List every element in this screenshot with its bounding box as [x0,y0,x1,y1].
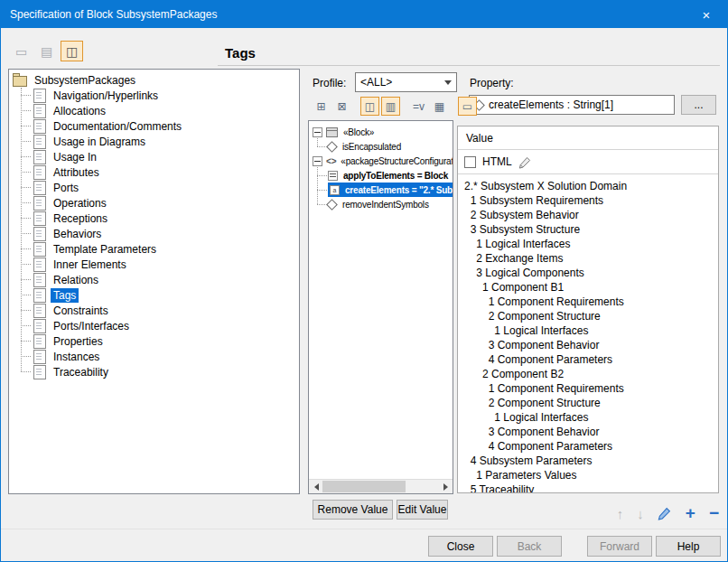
group-by-profile-button[interactable]: ◫ [360,97,379,116]
sidebar-item-usage-in[interactable]: Usage In [9,149,299,164]
titlebar-close-button[interactable]: × [686,1,727,28]
page-icon [33,258,46,272]
tree-connector [21,295,31,295]
sidebar-item-label: Instances [51,350,102,364]
tree-node-isencapsulated[interactable]: isEncapsulated [309,139,453,154]
value-actions-toolbar: ↑ ↓ + − [561,501,719,525]
selected-tag-value[interactable]: createElements = "2.* Subsystem X Solut [328,183,453,197]
delete-value-button[interactable]: ⊠ [332,97,351,116]
scroll-left-arrow[interactable] [309,480,322,493]
sidebar-item-receptions[interactable]: Receptions [9,211,299,226]
minimal-view-button[interactable]: ▭ [10,41,33,61]
tree-connector [21,325,31,326]
remove-value-icon[interactable]: − [709,505,719,521]
sidebar-item-documentation-comments[interactable]: Documentation/Comments [9,118,299,134]
sidebar-item-behaviors[interactable]: Behaviors [9,226,299,241]
sidebar-item-navigation-hyperlinks[interactable]: Navigation/Hyperlinks [9,88,299,103]
footer-separator [1,529,727,529]
html-checkbox[interactable] [464,156,476,168]
sidebar-item-root[interactable]: SubsystemPackages [9,72,299,88]
add-value-icon[interactable]: + [686,505,695,521]
scroll-right-arrow[interactable] [439,480,453,493]
sidebar-item-label: Usage in Diagrams [51,135,148,149]
property-field[interactable]: createElements : String[1] [469,95,675,115]
profile-combobox[interactable]: <ALL> [355,72,457,92]
show-empty-tags-button[interactable]: ▭ [458,97,477,116]
edit-value-pencil-icon[interactable] [658,506,672,520]
tree-node-label: «packageStructureConfiguration» [339,156,453,166]
header-separator [218,65,720,66]
browse-property-button[interactable]: ... [681,95,716,115]
sidebar-item-operations[interactable]: Operations [9,195,299,211]
show-nested-icon: ▥ [386,100,396,113]
html-checkbox-label: HTML [482,155,512,168]
help-button[interactable]: Help [656,536,721,557]
sidebar-item-label: Receptions [51,211,110,226]
profile-selected-value: <ALL> [360,76,392,89]
tree-connector [21,95,31,96]
titlebar: Specification of Block SubsystemPackages… [1,1,727,28]
expert-view-button[interactable]: ◫ [61,41,83,61]
tree-node-label: createElements = "2.* Subsystem X Solut [343,185,453,195]
tree-node-package-structure-configuration[interactable]: <> «packageStructureConfiguration» [309,154,453,168]
html-toggle-row: HTML [458,150,718,174]
sidebar-item-label: SubsystemPackages [32,73,138,88]
edit-pencil-icon[interactable] [518,155,532,169]
page-icon [33,304,46,318]
page-icon [33,273,46,287]
standard-view-icon: ▤ [41,44,52,59]
tree-connector [21,279,31,280]
page-icon [33,288,46,303]
sidebar-item-instances[interactable]: Instances [9,349,299,364]
tree-node-applytoelements[interactable]: applyToElements = Block [309,168,453,183]
tree-connector [21,233,31,234]
sidebar-item-attributes[interactable]: Attributes [9,164,299,180]
show-nested-button[interactable]: ▥ [381,97,400,116]
sidebar-item-ports-interfaces[interactable]: Ports/Interfaces [9,318,299,333]
tree-connector [21,141,31,142]
value-header: Value [458,126,718,150]
page-icon [33,150,46,164]
edit-value-button[interactable]: Edit Value [397,500,448,520]
view-mode-toolbar: ▭ ▤ ◫ [10,41,83,61]
grid-view-icon: ▦ [434,100,444,113]
tree-node-removeindentsymbols[interactable]: removeIndentSymbols [309,197,453,211]
sidebar-item-label: Behaviors [51,227,104,241]
page-icon [33,196,46,211]
sidebar-item-label: Traceability [51,365,111,379]
group-by-profile-icon: ◫ [365,100,375,113]
sidebar-item-template-parameters[interactable]: Template Parameters [9,241,299,257]
horizontal-scrollbar[interactable] [309,479,453,493]
page-icon [33,365,46,379]
collapse-icon[interactable] [313,127,322,137]
sidebar-item-allocations[interactable]: Allocations [9,103,299,118]
sidebar-item-constraints[interactable]: Constraints [9,303,299,318]
tree-node-block[interactable]: «Block» [309,125,453,139]
tree-node-createelements[interactable]: createElements = "2.* Subsystem X Solut [309,183,453,197]
sidebar-item-traceability[interactable]: Traceability [9,364,299,379]
standard-view-button[interactable]: ▤ [35,41,58,61]
sidebar-item-ports[interactable]: Ports [9,180,299,195]
forward-button[interactable]: Forward [587,536,652,557]
value-list[interactable]: 2.* Subsystem X Solution Domain 1 Subsys… [458,174,718,492]
sidebar-item-relations[interactable]: Relations [9,272,299,287]
scrollbar-thumb[interactable] [322,481,406,492]
tree-connector [21,187,31,188]
profile-label: Profile: [313,77,346,89]
back-button[interactable]: Back [497,536,562,557]
create-value-button[interactable]: ⊞ [312,97,331,116]
close-button[interactable]: Close [428,536,493,557]
sidebar-item-properties[interactable]: Properties [9,333,299,349]
move-up-icon[interactable]: ↑ [617,506,624,521]
tags-tree: «Block» isEncapsulated <> «packageStruct… [309,121,453,211]
sidebar-item-usage-in-diagrams[interactable]: Usage in Diagrams [9,134,299,149]
page-icon [33,119,46,134]
sidebar-item-inner-elements[interactable]: Inner Elements [9,257,299,272]
move-down-icon[interactable]: ↓ [637,506,644,521]
sidebar-item-tags[interactable]: Tags [9,287,299,303]
show-default-values-button[interactable]: =v [409,97,428,116]
page-icon [33,104,46,118]
collapse-icon[interactable] [313,156,322,166]
remove-value-button[interactable]: Remove Value [313,500,393,520]
grid-view-button[interactable]: ▦ [430,97,449,116]
